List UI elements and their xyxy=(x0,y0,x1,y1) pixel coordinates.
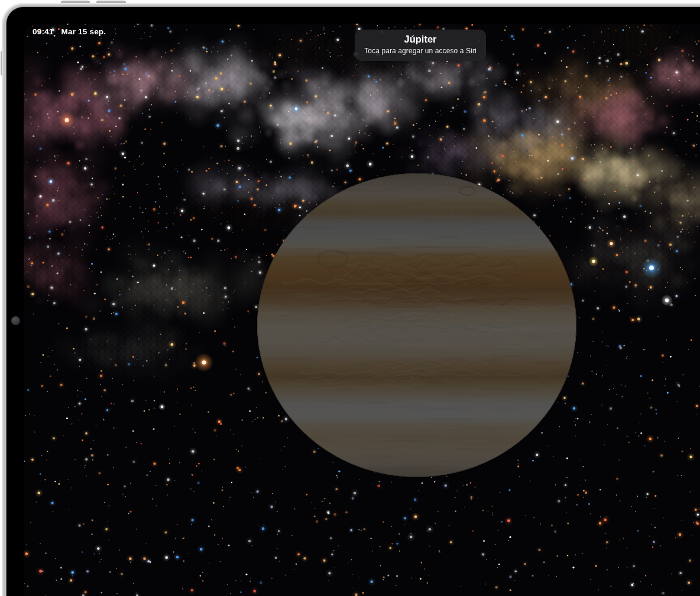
siri-suggestion-banner[interactable]: Júpiter Toca para agregar un acceso a Si… xyxy=(355,30,486,61)
ipad-screen: 09:41 Mar 15 sep. Júpiter Toca para agre… xyxy=(24,24,700,596)
siri-banner-title: Júpiter xyxy=(355,34,486,46)
ipad-bezel: 09:41 Mar 15 sep. Júpiter Toca para agre… xyxy=(7,7,700,596)
status-date: Mar 15 sep. xyxy=(61,27,106,36)
status-time: 09:41 xyxy=(33,27,54,36)
siri-banner-subtitle: Toca para agregar un acceso a Siri xyxy=(355,47,486,55)
space-scene-canvas[interactable] xyxy=(24,24,700,596)
ipad-device-frame: 09:41 Mar 15 sep. Júpiter Toca para agre… xyxy=(2,3,700,596)
front-camera-icon xyxy=(11,316,20,325)
screenshot-root: 09:41 Mar 15 sep. Júpiter Toca para agre… xyxy=(0,0,700,596)
status-bar: 09:41 Mar 15 sep. xyxy=(33,27,106,36)
